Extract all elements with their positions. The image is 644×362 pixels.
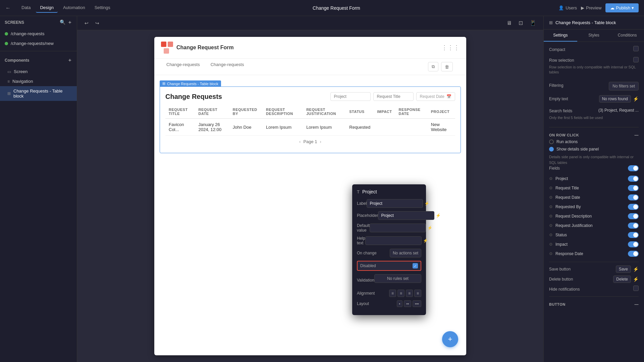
field-toggle-request-description[interactable] bbox=[628, 213, 639, 219]
field-toggle-status[interactable] bbox=[628, 232, 639, 238]
mobile-view-button[interactable]: 📱 bbox=[528, 19, 538, 27]
rs-show-details-radio[interactable] bbox=[549, 147, 554, 152]
rs-show-details-row[interactable]: Show details side panel bbox=[549, 147, 639, 152]
sidebar-item-screen[interactable]: ▭ Screen bbox=[0, 67, 77, 76]
align-right-button[interactable]: ≡ bbox=[406, 290, 413, 297]
popup-label-input[interactable] bbox=[367, 199, 423, 208]
popup-default-input[interactable] bbox=[370, 224, 426, 232]
rs-delete-flash-icon[interactable]: ⚡ bbox=[633, 277, 639, 282]
app-tab-change-requests-2[interactable]: Change-requests bbox=[205, 59, 250, 75]
next-page-button[interactable]: › bbox=[320, 139, 321, 144]
toolbar-right: 🖥 ⊡ 📱 bbox=[505, 19, 538, 27]
redo-button[interactable]: ↪ bbox=[93, 19, 101, 27]
field-toggle-request-justification[interactable] bbox=[628, 223, 639, 229]
app-logo: Change Request Form bbox=[161, 42, 234, 54]
screen-status-dot bbox=[5, 32, 8, 36]
add-component-icon[interactable]: ＋ bbox=[67, 57, 72, 63]
delete-button[interactable]: 🗑 bbox=[441, 62, 453, 71]
logo-sq2 bbox=[168, 42, 173, 47]
popup-default-flash-icon[interactable]: ⚡ bbox=[427, 226, 432, 230]
popup-helptext-input[interactable] bbox=[365, 236, 422, 245]
rs-section-divider-3 bbox=[549, 296, 639, 297]
field-toggle-response-date[interactable] bbox=[628, 251, 639, 257]
search-icon[interactable]: 🔍 bbox=[60, 19, 65, 25]
tablet-view-button[interactable]: ⊡ bbox=[517, 19, 525, 27]
undo-button[interactable]: ↩ bbox=[83, 19, 91, 27]
tab-design[interactable]: Design bbox=[36, 3, 57, 13]
top-nav: ← Data Design Automation Settings Change… bbox=[0, 0, 644, 16]
rs-tab-settings[interactable]: Settings bbox=[544, 29, 577, 42]
rs-empty-text-value: No rows found bbox=[599, 95, 631, 103]
desktop-view-button[interactable]: 🖥 bbox=[505, 19, 514, 27]
rs-fields-toggle-knob bbox=[633, 166, 638, 171]
prev-page-button[interactable]: ‹ bbox=[299, 139, 301, 144]
popup-disabled-checkbox[interactable]: ✓ bbox=[413, 263, 418, 268]
screen-item-change-requests-new[interactable]: /change-requests/new bbox=[0, 39, 77, 48]
fab-button[interactable]: + bbox=[442, 331, 458, 347]
popup-placeholder-flash-icon[interactable]: ⚡ bbox=[436, 213, 441, 218]
field-toggle-request-title[interactable] bbox=[628, 185, 639, 191]
users-icon: 👤 bbox=[558, 5, 564, 10]
field-toggle-impact[interactable] bbox=[628, 241, 639, 247]
rs-compact-checkbox[interactable] bbox=[633, 46, 639, 51]
popup-label-flash-icon[interactable]: ⚡ bbox=[424, 201, 429, 206]
align-justify-button[interactable]: ≡ bbox=[414, 290, 421, 297]
canvas-area: ↩ ↪ 🖥 ⊡ 📱 Chan bbox=[77, 16, 543, 362]
sidebar-item-table-block[interactable]: ⊞ Change Requests - Table block bbox=[0, 86, 77, 101]
rs-collapse-icon[interactable]: — bbox=[635, 133, 639, 137]
app-tab-change-requests[interactable]: Change-requests bbox=[161, 59, 205, 75]
field-name-status: Status bbox=[555, 233, 625, 237]
field-item-request-title: ⚙ Request Title bbox=[549, 183, 639, 193]
popup-validation-value[interactable]: No rules set bbox=[374, 274, 421, 283]
rs-tab-conditions[interactable]: Conditions bbox=[610, 29, 644, 42]
field-toggle-project[interactable] bbox=[628, 176, 639, 182]
tab-automation[interactable]: Automation bbox=[59, 3, 89, 13]
filter-project-input[interactable] bbox=[330, 92, 371, 101]
col-request-description: Request Description bbox=[263, 105, 303, 119]
rs-search-fields-info: Only the first 5 fields will be used bbox=[549, 115, 603, 120]
filter-title-input[interactable] bbox=[373, 92, 414, 101]
field-toggle-requested-by[interactable] bbox=[628, 204, 639, 210]
sidebar-item-navigation[interactable]: ≡ Navigation bbox=[0, 76, 77, 86]
field-toggle-request-date[interactable] bbox=[628, 194, 639, 200]
filter-date-input[interactable]: Request Date 📅 bbox=[416, 92, 455, 101]
tab-settings[interactable]: Settings bbox=[91, 3, 114, 13]
rs-filtering-value[interactable]: No filters set bbox=[609, 82, 639, 90]
rs-run-actions-radio[interactable] bbox=[549, 139, 554, 144]
layout-1col-button[interactable]: ▪ bbox=[397, 300, 403, 307]
rs-button-collapse-icon[interactable]: — bbox=[635, 302, 639, 307]
rs-save-flash-icon[interactable]: ⚡ bbox=[633, 266, 639, 272]
rs-search-fields-value[interactable]: (3) Project, Request ... bbox=[598, 108, 639, 113]
popup-helptext-flash-icon[interactable]: ⚡ bbox=[423, 238, 428, 243]
publish-button[interactable]: ☁ Publish ▾ bbox=[605, 3, 639, 12]
popup-alignment-label: Alignment bbox=[357, 291, 375, 296]
canvas-wrapper: Change Request Form ⋮⋮⋮ Change-requests … bbox=[77, 30, 543, 362]
table-row[interactable]: Favicon Col... January 26 2024, 12:00 Jo… bbox=[165, 119, 455, 136]
users-button[interactable]: 👤 Users bbox=[558, 5, 577, 10]
align-center-button[interactable]: ≡ bbox=[397, 290, 405, 297]
rs-row-selection-checkbox[interactable] bbox=[633, 57, 639, 62]
layout-3col-button[interactable]: ▪▪▪ bbox=[413, 300, 421, 307]
rs-hide-notifications-checkbox[interactable] bbox=[633, 286, 639, 291]
copy-button[interactable]: ⧉ bbox=[428, 62, 438, 71]
popup-placeholder-input[interactable] bbox=[378, 211, 434, 220]
rs-compact-label: Compact bbox=[549, 46, 565, 52]
rs-tab-styles[interactable]: Styles bbox=[577, 29, 611, 42]
rs-empty-text-flash-icon[interactable]: ⚡ bbox=[633, 96, 639, 102]
rs-run-actions-row[interactable]: Run actions bbox=[549, 139, 639, 144]
preview-button[interactable]: ▶ Preview bbox=[581, 5, 601, 10]
rs-button-section: BUTTON — bbox=[549, 300, 639, 309]
rs-fields-toggle[interactable] bbox=[628, 165, 639, 171]
dots-menu-button[interactable]: ⋮⋮⋮ bbox=[441, 44, 460, 51]
align-left-button[interactable]: ≡ bbox=[389, 290, 396, 297]
cell-project: New Website bbox=[428, 119, 455, 136]
field-gear-icon-4: ⚙ bbox=[549, 204, 553, 209]
screen-item-change-requests[interactable]: /change-requests bbox=[0, 29, 77, 39]
tab-data[interactable]: Data bbox=[17, 3, 35, 13]
calendar-icon: 📅 bbox=[446, 94, 451, 99]
add-screen-icon[interactable]: ＋ bbox=[67, 19, 72, 25]
back-button[interactable]: ← bbox=[5, 5, 11, 11]
popup-no-actions-value[interactable]: No actions set bbox=[390, 249, 421, 257]
layout-2col-button[interactable]: ▪▪ bbox=[404, 300, 411, 307]
field-gear-icon-2: ⚙ bbox=[549, 186, 553, 190]
